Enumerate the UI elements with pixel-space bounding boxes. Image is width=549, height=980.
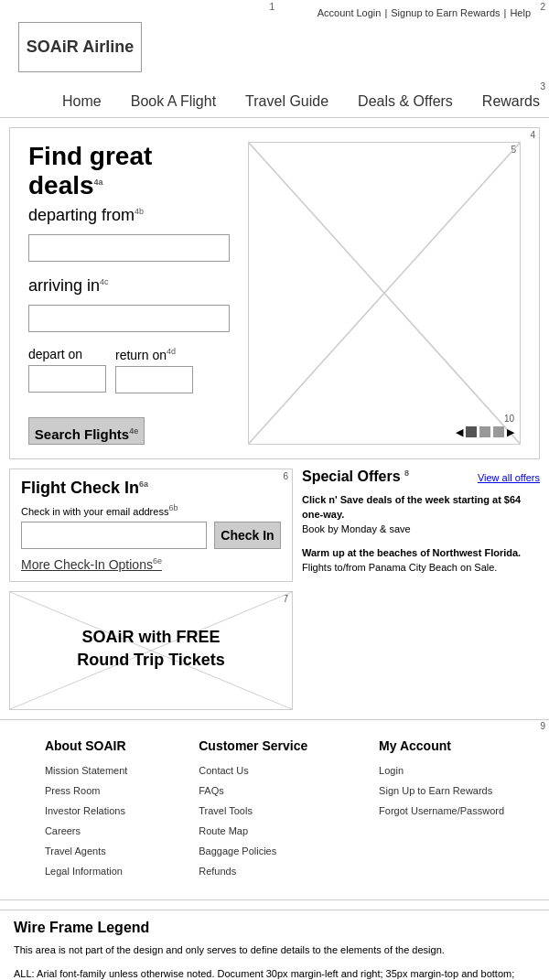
utility-nav: Account Login | Signup to Earn Rewards |… [9, 4, 540, 22]
section-3-label: 3 [0, 81, 549, 93]
footer-customer-link-4[interactable]: Baggage Policies [199, 841, 307, 861]
footer-customer: Customer Service Contact Us FAQs Travel … [199, 738, 307, 881]
depart-on-label: depart on [28, 347, 106, 361]
legend-intro: This area is not part of the design and … [14, 942, 535, 958]
footer-customer-link-2[interactable]: Travel Tools [199, 801, 307, 821]
offer-2: Warm up at the beaches of Northwest Flor… [302, 545, 540, 575]
rewards-line1: SOAiR with FREE [77, 628, 225, 647]
arriving-input[interactable] [28, 305, 230, 332]
more-checkin-options-link[interactable]: More Check-In Options6e [21, 557, 162, 572]
arriving-label: arriving in4c [28, 276, 230, 296]
special-offers: Special Offers 8 View all offers Click n… [293, 468, 540, 710]
footer-about-link-1[interactable]: Press Room [45, 781, 127, 801]
svg-line-0 [249, 143, 520, 444]
slide-dot-2[interactable] [479, 426, 490, 437]
footer-nav-wrapper: 9 About SOAIR Mission Statement Press Ro… [0, 719, 549, 900]
slide-dot-1[interactable] [466, 426, 477, 437]
nav-book-flight[interactable]: Book A Flight [131, 93, 216, 110]
signup-link[interactable]: Signup to Earn Rewards [391, 7, 500, 18]
footer-account: My Account Login Sign Up to Earn Rewards… [379, 738, 504, 881]
section-4-label: 4 [530, 130, 535, 140]
middle-section: 6 Flight Check In6a Check in with your e… [9, 468, 540, 710]
legend: Wire Frame Legend This area is not part … [0, 910, 549, 980]
view-all-offers-link[interactable]: View all offers [478, 472, 540, 483]
help-link[interactable]: Help [510, 7, 531, 18]
logo-text: SOAiR Airline [27, 38, 134, 57]
checkin-button[interactable]: Check In [214, 522, 281, 549]
footer-about-link-5[interactable]: Legal Information [45, 861, 127, 881]
left-middle: 6 Flight Check In6a Check in with your e… [9, 468, 293, 710]
footer-customer-link-1[interactable]: FAQs [199, 781, 307, 801]
cta-area: 5 10 ◀ ▶ [248, 142, 521, 445]
footer-customer-link-5[interactable]: Refunds [199, 861, 307, 881]
slide-dot-3[interactable] [493, 426, 504, 437]
special-offers-title: Special Offers 8 [302, 468, 409, 485]
checkin-title: Flight Check In6a [21, 479, 281, 498]
search-section: 4 Find great deals4a departing from4b ar… [9, 127, 540, 459]
slide-prev-arrow[interactable]: ◀ [456, 426, 463, 438]
section-5-label: 5 [511, 145, 516, 155]
footer-about-link-4[interactable]: Travel Agents [45, 841, 127, 861]
rewards-line2: Round Trip Tickets [77, 651, 225, 670]
nav-rewards[interactable]: Rewards [482, 93, 540, 110]
footer-about-link-3[interactable]: Careers [45, 821, 127, 841]
footer-customer-link-3[interactable]: Route Map [199, 821, 307, 841]
footer-about-link-0[interactable]: Mission Statement [45, 760, 127, 781]
footer-about: About SOAIR Mission Statement Press Room… [45, 738, 127, 881]
return-date-group: return on4d [115, 347, 193, 408]
departing-input[interactable] [28, 234, 230, 262]
date-row: depart on return on4d [28, 347, 230, 408]
departing-label: departing from4b [28, 206, 230, 225]
checkin-email-label: Check in with your email address6b [21, 503, 281, 517]
logo: SOAiR Airline [18, 22, 142, 72]
separator-2: | [504, 7, 507, 18]
section-9-label: 9 [540, 721, 545, 731]
footer-account-link-2[interactable]: Forgot Username/Password [379, 801, 504, 821]
footer-account-link-1[interactable]: Sign Up to Earn Rewards [379, 781, 504, 801]
offer-1: Click n' Save deals of the week starting… [302, 492, 540, 536]
footer-customer-title: Customer Service [199, 738, 307, 753]
slide-num-label: 10 [504, 414, 514, 424]
nav-deals-offers[interactable]: Deals & Offers [358, 93, 453, 110]
depart-date-group: depart on [28, 347, 106, 408]
account-login-link[interactable]: Account Login [318, 7, 382, 18]
section-1-label: 1 [269, 2, 274, 12]
header: SOAiR Airline [9, 22, 540, 81]
footer-nav: About SOAIR Mission Statement Press Room… [0, 719, 549, 900]
return-on-label: return on4d [115, 347, 193, 362]
footer-account-link-0[interactable]: Login [379, 760, 504, 781]
footer-customer-link-0[interactable]: Contact Us [199, 760, 307, 781]
depart-date-input[interactable] [28, 365, 106, 393]
search-form: Find great deals4a departing from4b arri… [28, 142, 230, 445]
section-6-label: 6 [283, 471, 288, 481]
checkin-email-input[interactable] [21, 522, 207, 549]
footer-about-link-2[interactable]: Investor Relations [45, 801, 127, 821]
nav-travel-guide[interactable]: Travel Guide [245, 93, 328, 110]
rewards-cta: 7 SOAiR with FREE Round Trip Tickets [9, 591, 293, 710]
legend-title: Wire Frame Legend [14, 920, 535, 936]
rewards-cta-content: SOAiR with FREE Round Trip Tickets [68, 619, 234, 683]
nav-home[interactable]: Home [62, 93, 102, 110]
checkin-box: 6 Flight Check In6a Check in with your e… [9, 468, 293, 582]
section-2-label: 2 [540, 2, 545, 12]
svg-line-1 [249, 143, 520, 444]
main-nav: Home Book A Flight Travel Guide Deals & … [0, 93, 549, 118]
search-title: Find great deals4a [28, 142, 230, 200]
footer-about-title: About SOAIR [45, 738, 127, 753]
search-flights-button[interactable]: Search Flights4e [28, 417, 145, 445]
separator-1: | [384, 7, 387, 18]
checkin-input-row: Check In [21, 522, 281, 549]
return-date-input[interactable] [115, 366, 193, 393]
slide-next-arrow[interactable]: ▶ [507, 426, 514, 438]
legend-item-0: ALL: Arial font-family unless otherwise … [14, 965, 535, 980]
special-offers-header: Special Offers 8 View all offers [302, 468, 540, 485]
image-slide-nav: 10 ◀ ▶ [456, 426, 514, 438]
footer-account-title: My Account [379, 738, 504, 753]
